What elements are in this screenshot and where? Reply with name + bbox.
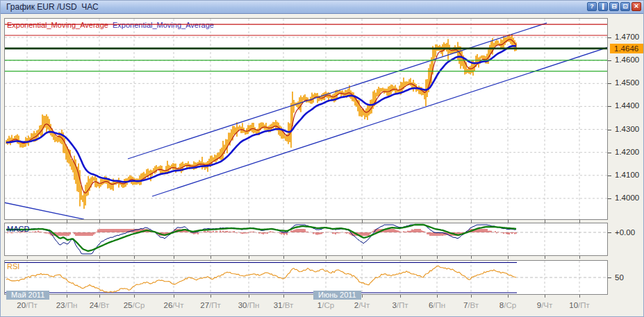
time-axis-tick: [545, 295, 545, 298]
price-axis-label: 1.4500: [615, 78, 639, 87]
macd-canvas[interactable]: [5, 223, 607, 255]
macd-panel[interactable]: MACD: [4, 223, 608, 256]
time-axis-label: 3/Пт: [392, 301, 408, 309]
restore-button[interactable]: ⊡: [620, 2, 630, 11]
time-axis-label: 30/Пн: [238, 301, 260, 309]
time-axis-tick: [67, 295, 67, 298]
time-axis-label: 25/Ср: [124, 301, 145, 309]
time-axis-tick: [508, 295, 509, 298]
macd-zero-label: +0.00: [615, 228, 635, 237]
time-axis-tick: [210, 220, 211, 223]
time-axis-label: 10/Пт: [569, 301, 590, 309]
time-axis-label: 23/Пн: [56, 301, 78, 309]
time-axis-tick: [99, 295, 100, 298]
price-axis-tick: [608, 83, 611, 84]
time-axis-tick: [471, 220, 472, 223]
time-axis-tick: [545, 220, 545, 223]
time-axis-tick: [508, 256, 509, 259]
price-axis-label: 1.4000: [615, 194, 639, 202]
chart-window: График EUR /USD ЧАС ? ∥ ⊟ ⊡ ✕ Exponentia…: [0, 0, 644, 317]
tile-icon: ⊟: [611, 3, 617, 10]
month-label-june: Июнь 2011: [313, 291, 361, 300]
current-price-tag: 1.4646: [610, 44, 644, 53]
rsi-canvas[interactable]: [5, 261, 607, 294]
window-buttons: ? ∥ ⊟ ⊡ ✕: [587, 2, 641, 11]
price-axis-label: 1.4200: [615, 148, 639, 156]
price-chart-canvas[interactable]: [5, 19, 607, 219]
price-axis-tick: [608, 60, 611, 61]
time-axis-label: 6/Пн: [429, 301, 445, 309]
time-axis-tick: [362, 295, 363, 298]
time-axis-tick: [174, 256, 174, 259]
time-axis-tick: [326, 220, 327, 223]
time-axis-label: 27/Пт: [200, 301, 221, 309]
restore-icon: ⊡: [622, 3, 628, 10]
price-axis-tick: [608, 37, 611, 38]
price-axis-label: 1.4700: [615, 33, 639, 41]
tile-button[interactable]: ⊟: [609, 2, 619, 11]
time-axis-tick: [471, 295, 472, 298]
price-axis-label: 1.4100: [615, 171, 639, 179]
time-axis-label: 24/Вт: [90, 301, 110, 309]
time-axis-tick: [579, 295, 580, 298]
month-label-may: Май 2011: [6, 291, 49, 300]
pause-button[interactable]: ∥: [598, 2, 608, 11]
time-axis-label: 1/Ср: [317, 301, 334, 309]
time-axis-tick: [400, 295, 401, 298]
time-axis-tick: [283, 220, 284, 223]
time-axis-tick: [99, 256, 100, 259]
main-chart-panel[interactable]: Exponential_Moving_AverageExponential_Mo…: [4, 18, 608, 220]
indicator-axis-tick: [608, 232, 611, 233]
time-axis-tick: [99, 220, 100, 223]
price-axis-tick: [608, 153, 611, 153]
time-axis-tick: [134, 220, 135, 223]
time-axis-label: 7/Вт: [463, 301, 479, 309]
time-axis-tick: [134, 295, 135, 298]
time-axis-tick: [283, 256, 284, 259]
time-axis-tick: [249, 256, 249, 259]
time-axis-tick: [437, 295, 438, 298]
close-icon: ✕: [634, 3, 639, 10]
rsi-level-label: 50: [615, 273, 624, 282]
rsi-panel[interactable]: RSI: [4, 260, 608, 295]
time-axis-tick: [362, 256, 363, 259]
time-axis-tick: [326, 256, 327, 259]
price-axis-tick: [608, 175, 611, 176]
price-axis-tick: [608, 106, 611, 107]
time-axis-tick: [362, 220, 363, 223]
time-axis-tick: [400, 220, 401, 223]
time-axis-tick: [579, 220, 580, 223]
time-axis-tick: [134, 256, 135, 259]
time-axis-tick: [249, 220, 249, 223]
macd-label: MACD: [7, 225, 29, 233]
time-axis-tick: [210, 295, 211, 298]
time-axis-tick: [545, 256, 545, 259]
price-axis-tick: [608, 198, 611, 199]
indicator-axis-tick: [608, 277, 611, 278]
time-axis-tick: [579, 256, 580, 259]
time-axis-tick: [27, 256, 28, 259]
price-axis-label: 1.4300: [615, 125, 639, 133]
time-axis-tick: [508, 220, 509, 223]
title-bar[interactable]: График EUR /USD ЧАС ? ∥ ⊟ ⊡ ✕: [1, 1, 643, 14]
time-axis-tick: [174, 295, 174, 298]
price-axis-label: 1.4600: [615, 55, 639, 64]
time-axis-tick: [249, 295, 249, 298]
time-axis-tick: [471, 256, 472, 259]
time-axis-label: 8/Ср: [499, 301, 516, 309]
time-axis-tick: [283, 295, 284, 298]
pause-icon: ∥: [602, 3, 605, 10]
time-axis-tick: [174, 220, 174, 223]
time-axis-label: 26/Чт: [164, 301, 184, 309]
time-axis-tick: [400, 256, 401, 259]
time-axis-tick: [437, 256, 438, 259]
time-axis-tick: [67, 220, 67, 223]
help-button[interactable]: ?: [587, 2, 597, 11]
time-axis-label: 31/Вт: [274, 301, 294, 309]
window-title: График EUR /USD ЧАС: [6, 2, 99, 12]
time-axis-tick: [210, 256, 211, 259]
time-axis-tick: [67, 256, 67, 259]
time-axis-tick: [27, 220, 28, 223]
price-axis-tick: [608, 130, 611, 130]
close-button[interactable]: ✕: [631, 2, 641, 11]
